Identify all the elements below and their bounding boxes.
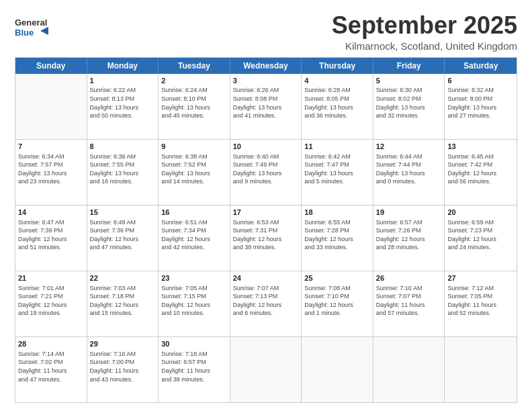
calendar-body: 1Sunrise: 6:22 AM Sunset: 8:13 PM Daylig… xyxy=(15,74,517,402)
calendar-cell: 13Sunrise: 6:45 AM Sunset: 7:42 PM Dayli… xyxy=(445,140,517,205)
weekday-header: Thursday xyxy=(302,58,373,74)
day-number: 21 xyxy=(18,273,84,283)
day-info: Sunrise: 6:40 AM Sunset: 7:49 PM Dayligh… xyxy=(233,152,299,186)
calendar-cell: 14Sunrise: 6:47 AM Sunset: 7:39 PM Dayli… xyxy=(15,205,87,271)
calendar-cell: 27Sunrise: 7:12 AM Sunset: 7:05 PM Dayli… xyxy=(445,271,517,336)
day-info: Sunrise: 7:08 AM Sunset: 7:10 PM Dayligh… xyxy=(304,284,370,318)
month-title: September 2025 xyxy=(332,12,517,39)
page: General Blue September 2025 Kilmarnock, … xyxy=(0,0,532,411)
calendar-cell: 7Sunrise: 6:34 AM Sunset: 7:57 PM Daylig… xyxy=(15,140,87,205)
day-info: Sunrise: 6:49 AM Sunset: 7:36 PM Dayligh… xyxy=(90,218,156,252)
day-number: 11 xyxy=(304,142,370,152)
calendar: SundayMondayTuesdayWednesdayThursdayFrid… xyxy=(15,57,517,403)
calendar-cell: 5Sunrise: 6:30 AM Sunset: 8:02 PM Daylig… xyxy=(373,74,445,139)
calendar-cell: 23Sunrise: 7:05 AM Sunset: 7:15 PM Dayli… xyxy=(159,271,230,336)
day-info: Sunrise: 7:03 AM Sunset: 7:18 PM Dayligh… xyxy=(90,284,156,318)
calendar-cell: 11Sunrise: 6:42 AM Sunset: 7:47 PM Dayli… xyxy=(302,140,373,205)
day-info: Sunrise: 6:36 AM Sunset: 7:55 PM Dayligh… xyxy=(90,152,156,186)
calendar-cell: 8Sunrise: 6:36 AM Sunset: 7:55 PM Daylig… xyxy=(87,140,159,205)
calendar-cell: 19Sunrise: 6:57 AM Sunset: 7:26 PM Dayli… xyxy=(373,205,445,271)
calendar-cell: 2Sunrise: 6:24 AM Sunset: 8:10 PM Daylig… xyxy=(159,74,230,139)
day-number: 7 xyxy=(18,142,84,152)
calendar-cell xyxy=(302,337,373,402)
day-info: Sunrise: 7:01 AM Sunset: 7:21 PM Dayligh… xyxy=(18,284,84,318)
calendar-cell: 10Sunrise: 6:40 AM Sunset: 7:49 PM Dayli… xyxy=(230,140,302,205)
calendar-cell xyxy=(445,337,517,402)
calendar-cell: 26Sunrise: 7:10 AM Sunset: 7:07 PM Dayli… xyxy=(373,271,445,336)
day-number: 14 xyxy=(18,208,84,218)
svg-marker-2 xyxy=(40,27,48,35)
day-number: 24 xyxy=(233,273,299,283)
day-info: Sunrise: 7:05 AM Sunset: 7:15 PM Dayligh… xyxy=(161,284,227,318)
day-number: 1 xyxy=(90,76,156,86)
day-number: 29 xyxy=(90,339,156,349)
header: General Blue September 2025 Kilmarnock, … xyxy=(15,12,517,52)
calendar-header: SundayMondayTuesdayWednesdayThursdayFrid… xyxy=(15,58,517,74)
logo-icon: General Blue xyxy=(15,12,48,42)
calendar-row: 14Sunrise: 6:47 AM Sunset: 7:39 PM Dayli… xyxy=(15,205,517,271)
calendar-cell xyxy=(230,337,302,402)
day-number: 22 xyxy=(90,273,156,283)
day-info: Sunrise: 7:14 AM Sunset: 7:02 PM Dayligh… xyxy=(18,350,84,383)
day-info: Sunrise: 6:55 AM Sunset: 7:28 PM Dayligh… xyxy=(304,218,370,252)
day-info: Sunrise: 6:30 AM Sunset: 8:02 PM Dayligh… xyxy=(376,86,442,120)
calendar-cell: 15Sunrise: 6:49 AM Sunset: 7:36 PM Dayli… xyxy=(87,205,159,271)
day-number: 18 xyxy=(304,208,370,218)
day-number: 25 xyxy=(304,273,370,283)
weekday-header: Monday xyxy=(87,58,159,74)
calendar-cell: 28Sunrise: 7:14 AM Sunset: 7:02 PM Dayli… xyxy=(15,337,87,402)
calendar-cell: 17Sunrise: 6:53 AM Sunset: 7:31 PM Dayli… xyxy=(230,205,302,271)
day-number: 4 xyxy=(304,76,370,86)
day-info: Sunrise: 6:22 AM Sunset: 8:13 PM Dayligh… xyxy=(90,86,156,120)
day-number: 2 xyxy=(161,76,227,86)
day-number: 13 xyxy=(447,142,514,152)
day-number: 3 xyxy=(233,76,299,86)
calendar-row: 21Sunrise: 7:01 AM Sunset: 7:21 PM Dayli… xyxy=(15,271,517,336)
calendar-cell: 29Sunrise: 7:16 AM Sunset: 7:00 PM Dayli… xyxy=(87,337,159,402)
day-info: Sunrise: 7:16 AM Sunset: 7:00 PM Dayligh… xyxy=(90,350,156,383)
calendar-cell: 6Sunrise: 6:32 AM Sunset: 8:00 PM Daylig… xyxy=(445,74,517,139)
day-number: 6 xyxy=(447,76,514,86)
day-info: Sunrise: 6:28 AM Sunset: 8:05 PM Dayligh… xyxy=(304,86,370,120)
day-info: Sunrise: 6:51 AM Sunset: 7:34 PM Dayligh… xyxy=(161,218,227,252)
day-info: Sunrise: 6:57 AM Sunset: 7:26 PM Dayligh… xyxy=(376,218,442,252)
day-info: Sunrise: 6:47 AM Sunset: 7:39 PM Dayligh… xyxy=(18,218,84,252)
day-number: 20 xyxy=(447,208,514,218)
day-number: 15 xyxy=(90,208,156,218)
weekday-header: Sunday xyxy=(15,58,87,74)
weekday-header: Wednesday xyxy=(230,58,302,74)
calendar-cell: 21Sunrise: 7:01 AM Sunset: 7:21 PM Dayli… xyxy=(15,271,87,336)
day-number: 12 xyxy=(376,142,442,152)
day-number: 26 xyxy=(376,273,442,283)
day-number: 10 xyxy=(233,142,299,152)
location: Kilmarnock, Scotland, United Kingdom xyxy=(332,40,517,52)
day-info: Sunrise: 7:18 AM Sunset: 6:57 PM Dayligh… xyxy=(161,350,227,383)
calendar-row: 7Sunrise: 6:34 AM Sunset: 7:57 PM Daylig… xyxy=(15,139,517,205)
day-info: Sunrise: 6:59 AM Sunset: 7:23 PM Dayligh… xyxy=(447,218,514,252)
calendar-cell: 16Sunrise: 6:51 AM Sunset: 7:34 PM Dayli… xyxy=(159,205,230,271)
day-number: 17 xyxy=(233,208,299,218)
day-number: 5 xyxy=(376,76,442,86)
title-block: September 2025 Kilmarnock, Scotland, Uni… xyxy=(332,12,517,52)
day-number: 23 xyxy=(161,273,227,283)
calendar-cell xyxy=(373,337,445,402)
day-info: Sunrise: 6:24 AM Sunset: 8:10 PM Dayligh… xyxy=(161,86,227,120)
day-number: 27 xyxy=(447,273,514,283)
calendar-row: 28Sunrise: 7:14 AM Sunset: 7:02 PM Dayli… xyxy=(15,336,517,402)
day-info: Sunrise: 6:26 AM Sunset: 8:08 PM Dayligh… xyxy=(233,86,299,120)
svg-text:General: General xyxy=(15,17,47,28)
calendar-cell: 4Sunrise: 6:28 AM Sunset: 8:05 PM Daylig… xyxy=(302,74,373,139)
day-info: Sunrise: 6:38 AM Sunset: 7:52 PM Dayligh… xyxy=(161,152,227,186)
day-info: Sunrise: 7:07 AM Sunset: 7:13 PM Dayligh… xyxy=(233,284,299,318)
calendar-cell: 12Sunrise: 6:44 AM Sunset: 7:44 PM Dayli… xyxy=(373,140,445,205)
calendar-cell: 3Sunrise: 6:26 AM Sunset: 8:08 PM Daylig… xyxy=(230,74,302,139)
day-number: 16 xyxy=(161,208,227,218)
calendar-cell: 9Sunrise: 6:38 AM Sunset: 7:52 PM Daylig… xyxy=(159,140,230,205)
calendar-cell xyxy=(15,74,87,139)
logo: General Blue xyxy=(15,12,48,42)
calendar-row: 1Sunrise: 6:22 AM Sunset: 8:13 PM Daylig… xyxy=(15,74,517,139)
calendar-cell: 22Sunrise: 7:03 AM Sunset: 7:18 PM Dayli… xyxy=(87,271,159,336)
day-info: Sunrise: 6:53 AM Sunset: 7:31 PM Dayligh… xyxy=(233,218,299,252)
svg-text:Blue: Blue xyxy=(15,28,34,38)
day-info: Sunrise: 6:34 AM Sunset: 7:57 PM Dayligh… xyxy=(18,152,84,186)
